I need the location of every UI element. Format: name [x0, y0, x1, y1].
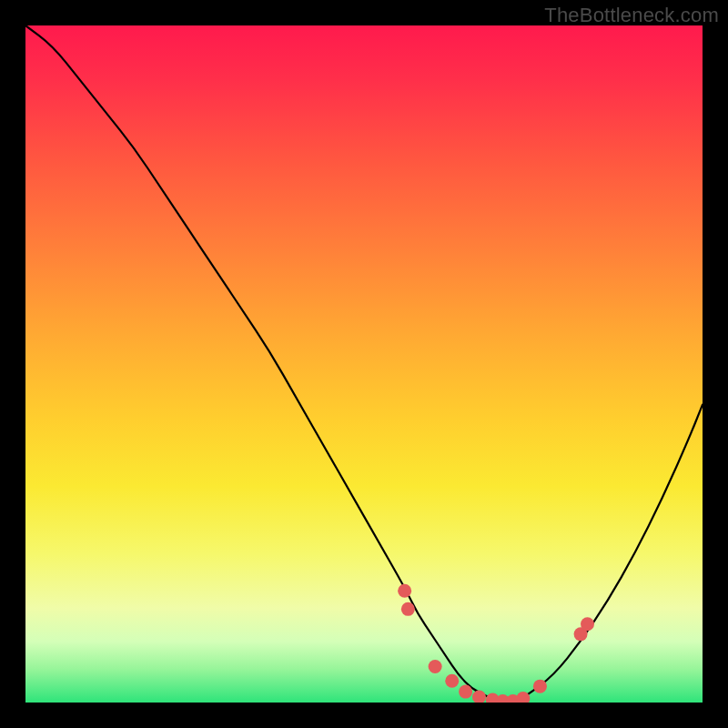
highlight-point	[445, 674, 459, 688]
highlight-point	[581, 617, 594, 631]
highlight-point	[398, 584, 411, 598]
curve-svg	[25, 25, 703, 703]
highlight-points	[398, 584, 594, 703]
highlight-point	[533, 680, 547, 693]
highlight-point	[429, 660, 442, 673]
watermark-text: TheBottleneck.com	[544, 4, 719, 27]
chart-frame: TheBottleneck.com	[0, 0, 728, 728]
plot-area	[25, 25, 703, 703]
bottleneck-curve	[25, 25, 703, 703]
highlight-point	[401, 602, 415, 616]
highlight-point	[459, 685, 472, 699]
highlight-point	[472, 691, 486, 703]
